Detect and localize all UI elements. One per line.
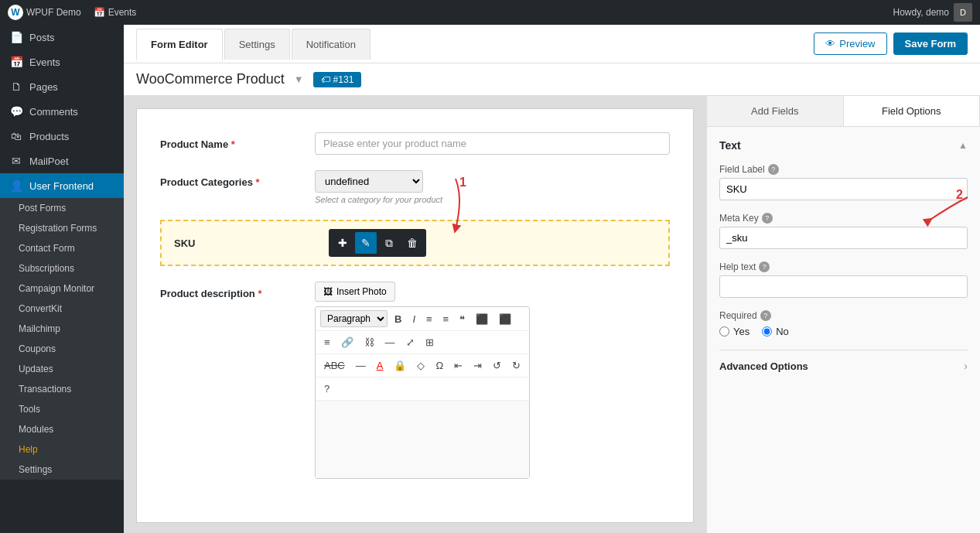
sidebar-item-mailchimp[interactable]: Mailchimp (9, 319, 124, 339)
sidebar-item-post-forms[interactable]: Post Forms (9, 198, 124, 218)
sidebar-item-subscriptions[interactable]: Subscriptions (9, 258, 124, 278)
product-name-input[interactable] (315, 132, 670, 155)
font-color-button[interactable]: A (373, 357, 388, 374)
meta-key-help-icon[interactable]: ? (762, 213, 773, 224)
panel-tab-add-fields[interactable]: Add Fields (707, 96, 844, 126)
sku-edit-button[interactable]: ✎ (355, 232, 377, 254)
ul-button[interactable]: ≡ (422, 311, 436, 327)
required-no-option[interactable]: No (762, 326, 789, 337)
sidebar-item-registration-forms[interactable]: Registration Forms (9, 218, 124, 238)
rich-text-editor: Paragraph B I ≡ ≡ ❝ ⬛ ⬛ (315, 306, 530, 479)
ol-button[interactable]: ≡ (439, 311, 453, 327)
help-text-help-icon[interactable]: ? (759, 261, 770, 272)
strikethrough-button[interactable]: ABC (320, 357, 349, 374)
insert-photo-button[interactable]: 🖼 Insert Photo (315, 282, 395, 302)
advanced-options-chevron-icon: › (964, 360, 968, 372)
editor-toolbar-row4: ? (316, 378, 529, 401)
events-icon: 📅 (9, 56, 23, 68)
omega-button[interactable]: Ω (432, 357, 447, 374)
advanced-options-row[interactable]: Advanced Options › (719, 350, 968, 381)
sidebar-item-tools[interactable]: Tools (9, 399, 124, 419)
align-right-button[interactable]: ⬛ (495, 311, 515, 327)
help-text-group: Help text ? (719, 261, 968, 298)
resize-button[interactable]: ⤢ (402, 334, 418, 350)
preview-button[interactable]: 👁 Preview (814, 32, 886, 55)
sidebar-item-mailpoet[interactable]: ✉ MailPoet (0, 149, 124, 173)
sidebar-item-campaign-monitor[interactable]: Campaign Monitor (9, 278, 124, 299)
table-button[interactable]: ⊞ (422, 334, 438, 350)
tab-settings[interactable]: Settings (224, 29, 290, 60)
tab-form-editor[interactable]: Form Editor (136, 29, 223, 60)
sidebar-item-settings[interactable]: Settings (9, 460, 124, 480)
product-description-label: Product description * (160, 282, 315, 299)
clear-format-button[interactable]: ◇ (413, 357, 429, 374)
sidebar-item-posts[interactable]: 📄 Posts (0, 25, 124, 50)
sidebar-item-products[interactable]: 🛍 Products (0, 124, 124, 149)
meta-key-input[interactable] (719, 227, 968, 249)
product-name-field: Product Name * (160, 132, 670, 155)
field-label-help-icon[interactable]: ? (768, 164, 779, 175)
sku-move-button[interactable]: ✚ (332, 232, 353, 254)
product-categories-select[interactable]: undefined (315, 170, 423, 193)
required-no-radio[interactable] (762, 326, 772, 337)
hr-button[interactable]: — (381, 334, 399, 350)
product-name-label: Product Name * (160, 132, 315, 150)
sidebar-item-comments[interactable]: 💬 Comments (0, 99, 124, 124)
help-button[interactable]: ? (320, 381, 333, 397)
sidebar-item-user-frontend[interactable]: 👤 User Frontend (0, 173, 124, 198)
posts-icon: 📄 (9, 31, 23, 43)
form-title-chevron-icon[interactable]: ▼ (294, 73, 304, 85)
admin-events[interactable]: 📅 Events (94, 7, 137, 18)
eye-icon: 👁 (825, 38, 835, 50)
mailpoet-icon: ✉ (9, 155, 23, 167)
field-options-panel: Text ▲ Field Label ? Meta (707, 127, 980, 533)
comments-icon: 💬 (9, 105, 23, 118)
required-asterisk-desc: * (258, 288, 261, 299)
section-chevron-icon: ▲ (958, 140, 968, 151)
undo-button[interactable]: ↺ (489, 357, 505, 374)
align-left-button[interactable]: ⬛ (472, 311, 492, 327)
help-text-input[interactable] (719, 275, 968, 298)
redo-button[interactable]: ↻ (508, 357, 524, 374)
products-icon: 🛍 (9, 130, 23, 142)
product-categories-label: Product Categories * (160, 170, 315, 188)
required-group: Required ? Yes No (719, 310, 968, 337)
sidebar-item-modules[interactable]: Modules (9, 419, 124, 439)
tab-notification[interactable]: Notification (292, 29, 370, 60)
sidebar-item-help[interactable]: Help (9, 439, 124, 460)
required-asterisk: * (231, 138, 235, 150)
italic-button[interactable]: I (408, 311, 419, 327)
sku-copy-button[interactable]: ⧉ (378, 232, 400, 254)
minus-button[interactable]: — (352, 357, 370, 374)
sku-delete-button[interactable]: 🗑 (401, 232, 423, 254)
tag-icon: 🏷 (321, 74, 330, 85)
sidebar-item-updates[interactable]: Updates (9, 359, 124, 379)
product-name-input-wrap (315, 132, 670, 155)
align-center-button[interactable]: ≡ (320, 334, 334, 350)
bg-color-button[interactable]: 🔒 (390, 357, 410, 374)
sidebar-item-transactions[interactable]: Transactions (9, 379, 124, 399)
bold-button[interactable]: B (391, 311, 405, 327)
required-yes-option[interactable]: Yes (719, 326, 750, 337)
unlink-button[interactable]: ⛓ (360, 334, 378, 350)
required-yes-radio[interactable] (719, 326, 729, 337)
sidebar-item-contact-form[interactable]: Contact Form (9, 238, 124, 258)
panel-tab-field-options[interactable]: Field Options (844, 96, 981, 126)
rtl-button[interactable]: ⇤ (450, 357, 466, 374)
admin-site-title[interactable]: W WPUF Demo (8, 5, 81, 20)
paragraph-select[interactable]: Paragraph (320, 310, 388, 327)
required-help-icon[interactable]: ? (760, 310, 771, 321)
sidebar-item-convertkit[interactable]: ConvertKit (9, 299, 124, 319)
ltr-button[interactable]: ⇥ (470, 357, 486, 374)
sidebar-item-pages[interactable]: 🗋 Pages (0, 74, 124, 99)
blockquote-button[interactable]: ❝ (456, 311, 469, 327)
sidebar-item-coupons[interactable]: Coupons (9, 339, 124, 359)
sidebar-item-events[interactable]: 📅 Events (0, 50, 124, 74)
save-form-button[interactable]: Save Form (893, 32, 968, 55)
field-label-label: Field Label ? (719, 164, 968, 175)
field-label-input[interactable] (719, 178, 968, 200)
form-canvas: Product Name * Product Categories (136, 108, 694, 523)
link-button[interactable]: 🔗 (337, 334, 357, 350)
sku-label: SKU (174, 237, 329, 249)
editor-content[interactable] (316, 401, 529, 478)
